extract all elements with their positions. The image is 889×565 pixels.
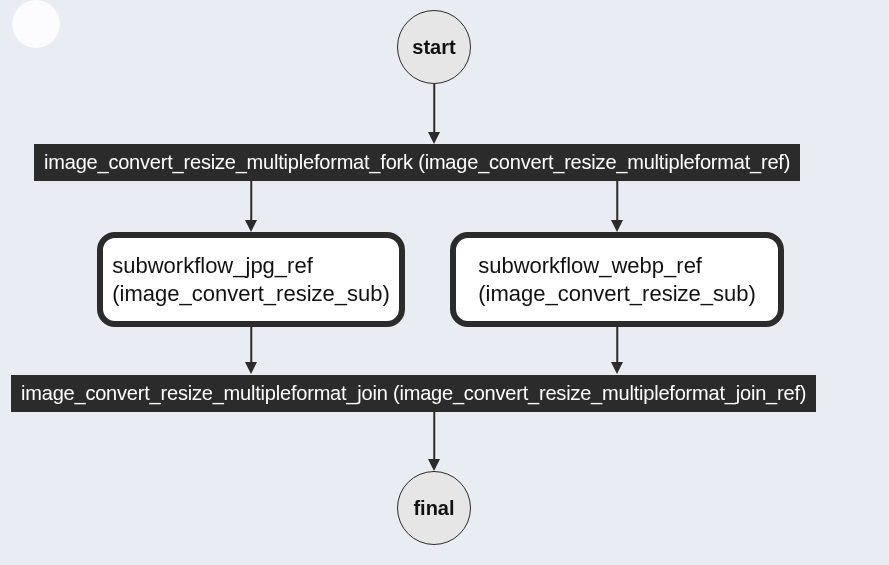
edge-fork-webp <box>616 180 618 220</box>
fork-node: image_convert_resize_multipleformat_fork… <box>34 144 800 181</box>
subworkflow-webp-node: subworkflow_webp_ref (image_convert_resi… <box>450 232 784 327</box>
edge-fork-jpg <box>250 180 252 220</box>
edge-jpg-join <box>250 322 252 362</box>
start-node: start <box>397 10 471 84</box>
arrowhead-fork-jpg <box>245 220 257 232</box>
edge-join-final <box>433 411 435 459</box>
arrowhead-start-fork <box>428 132 440 144</box>
sub-jpg-line1: subworkflow_jpg_ref <box>112 253 313 278</box>
sub-webp-line1: subworkflow_webp_ref <box>478 253 702 278</box>
arrowhead-fork-webp <box>611 220 623 232</box>
edge-webp-join <box>616 322 618 362</box>
join-label: image_convert_resize_multipleformat_join… <box>21 382 806 405</box>
edge-start-fork <box>433 84 435 132</box>
final-label: final <box>413 497 454 520</box>
subworkflow-webp-text: subworkflow_webp_ref (image_convert_resi… <box>478 252 756 307</box>
arrowhead-jpg-join <box>245 362 257 374</box>
final-node: final <box>397 471 471 545</box>
fork-label: image_convert_resize_multipleformat_fork… <box>44 151 790 174</box>
arrowhead-webp-join <box>611 362 623 374</box>
sub-webp-line2: (image_convert_resize_sub) <box>478 281 756 306</box>
start-label: start <box>412 36 455 59</box>
subworkflow-jpg-node: subworkflow_jpg_ref (image_convert_resiz… <box>97 232 405 327</box>
sub-jpg-line2: (image_convert_resize_sub) <box>112 281 390 306</box>
corner-decoration <box>12 0 60 48</box>
subworkflow-jpg-text: subworkflow_jpg_ref (image_convert_resiz… <box>112 252 390 307</box>
arrowhead-join-final <box>428 459 440 471</box>
join-node: image_convert_resize_multipleformat_join… <box>11 375 816 412</box>
